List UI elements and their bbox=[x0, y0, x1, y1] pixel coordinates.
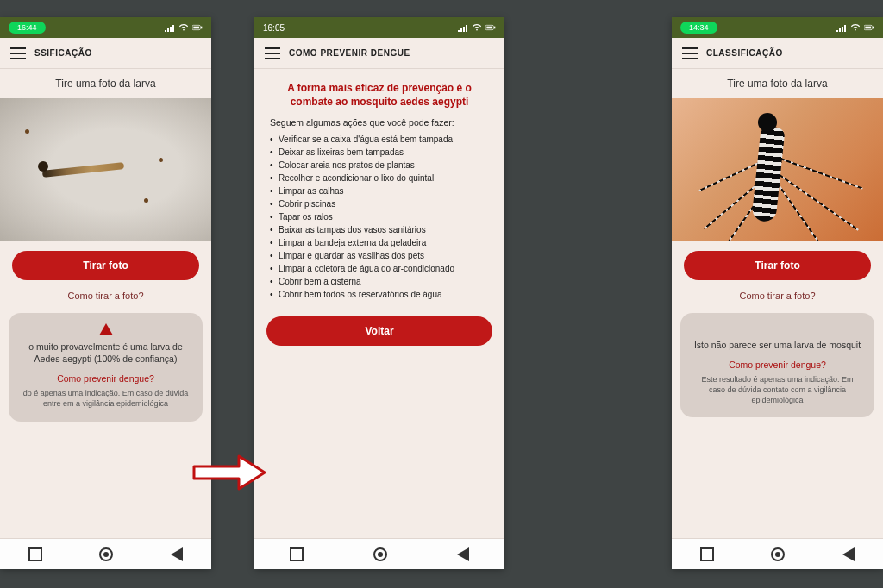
battery-icon bbox=[864, 23, 874, 32]
list-item: Limpar e guardar as vasilhas dos pets bbox=[270, 249, 489, 262]
status-icons bbox=[836, 23, 874, 32]
prevention-intro: Seguem algumas ações que você pode fazer… bbox=[254, 117, 504, 133]
list-item: Recolher e acondicionar o lixo do quinta… bbox=[270, 172, 489, 185]
nav-home-icon[interactable] bbox=[771, 547, 785, 561]
list-item: Deixar as lixeiras bem tampadas bbox=[270, 146, 489, 159]
app-header: CLASSIFICAÇÃO bbox=[672, 38, 883, 69]
main-content: A forma mais eficaz de prevenção é o com… bbox=[254, 69, 504, 538]
result-card: o muito provavelmente é uma larva de Aed… bbox=[9, 313, 203, 422]
status-bar: 16:05 bbox=[254, 17, 504, 38]
instruction-text: Tire uma foto da larva bbox=[672, 69, 883, 98]
svg-rect-4 bbox=[494, 27, 495, 29]
app-header: SSIFICAÇÃO bbox=[0, 38, 211, 69]
status-time: 16:05 bbox=[263, 23, 285, 33]
status-time: 14:34 bbox=[680, 22, 717, 34]
nav-home-icon[interactable] bbox=[373, 547, 387, 561]
svg-rect-8 bbox=[865, 27, 871, 29]
take-photo-button[interactable]: Tirar foto bbox=[684, 251, 871, 280]
wifi-icon bbox=[850, 23, 861, 32]
wifi-icon bbox=[472, 23, 482, 32]
battery-icon bbox=[192, 23, 203, 32]
list-item: Cobrir bem a cisterna bbox=[270, 275, 489, 288]
nav-recent-icon[interactable] bbox=[28, 547, 42, 561]
prevention-heading: A forma mais eficaz de prevenção é o com… bbox=[254, 69, 504, 117]
svg-rect-5 bbox=[486, 27, 492, 29]
signal-icon bbox=[836, 23, 847, 32]
nav-recent-icon[interactable] bbox=[700, 547, 714, 561]
how-to-link[interactable]: Como tirar a foto? bbox=[0, 285, 211, 310]
battery-icon bbox=[485, 23, 496, 32]
how-to-link[interactable]: Como tirar a foto? bbox=[672, 285, 883, 310]
nav-back-icon[interactable] bbox=[171, 547, 183, 561]
menu-icon[interactable] bbox=[10, 47, 26, 59]
disclaimer: Este resultado é apenas uma indicação. E… bbox=[692, 375, 862, 405]
nav-back-icon[interactable] bbox=[842, 547, 855, 561]
result-text: Isto não parece ser uma larva de mosquit bbox=[692, 339, 862, 351]
phone-screen-3: 14:34 CLASSIFICAÇÃO Tire uma foto da lar… bbox=[672, 17, 883, 569]
take-photo-button[interactable]: Tirar foto bbox=[12, 251, 199, 280]
prevention-link[interactable]: Como prevenir dengue? bbox=[692, 351, 862, 375]
list-item: Limpar a coletora de água do ar-condicio… bbox=[270, 262, 489, 275]
list-item: Colocar areia nos pratos de plantas bbox=[270, 159, 489, 172]
menu-icon[interactable] bbox=[265, 47, 280, 59]
signal-icon bbox=[165, 23, 175, 32]
status-time: 16:44 bbox=[9, 22, 46, 34]
svg-rect-1 bbox=[201, 27, 202, 29]
status-bar: 16:44 bbox=[0, 17, 211, 38]
android-navbar bbox=[672, 538, 883, 569]
nav-back-icon[interactable] bbox=[457, 547, 469, 561]
page-title: SSIFICAÇÃO bbox=[34, 48, 92, 58]
photo-preview[interactable] bbox=[0, 98, 211, 241]
result-card: Isto não parece ser uma larva de mosquit… bbox=[680, 313, 874, 417]
nav-recent-icon[interactable] bbox=[290, 547, 304, 561]
app-header: COMO PREVENIR DENGUE bbox=[254, 38, 504, 69]
wifi-icon bbox=[178, 23, 189, 32]
menu-icon[interactable] bbox=[682, 47, 698, 59]
android-navbar bbox=[254, 538, 504, 569]
result-text: o muito provavelmente é uma larva de Aed… bbox=[21, 341, 191, 365]
list-item: Baixar as tampas dos vasos sanitários bbox=[270, 223, 489, 236]
photo-preview[interactable] bbox=[672, 98, 883, 241]
disclaimer: do é apenas uma indicação. Em caso de dú… bbox=[21, 389, 191, 409]
list-item: Cobrir bem todos os reservatórios de águ… bbox=[270, 288, 489, 301]
page-title: CLASSIFICAÇÃO bbox=[706, 48, 783, 58]
android-navbar bbox=[0, 538, 211, 569]
svg-rect-7 bbox=[873, 27, 874, 29]
phone-screen-1: 16:44 SSIFICAÇÃO Tire uma foto da larva … bbox=[0, 17, 211, 569]
status-bar: 14:34 bbox=[672, 17, 883, 38]
signal-icon bbox=[458, 23, 468, 32]
status-icons bbox=[165, 23, 203, 32]
list-item: Verificar se a caixa d'água está bem tam… bbox=[270, 133, 489, 146]
page-title: COMO PREVENIR DENGUE bbox=[289, 48, 410, 58]
list-item: Limpar a bandeja externa da geladeira bbox=[270, 236, 489, 249]
main-content: Tire uma foto da larva Tirar foto Como t… bbox=[672, 69, 883, 538]
nav-home-icon[interactable] bbox=[99, 547, 113, 561]
instruction-text: Tire uma foto da larva bbox=[0, 69, 211, 98]
prevention-list: Verificar se a caixa d'água está bem tam… bbox=[254, 133, 504, 301]
list-item: Limpar as calhas bbox=[270, 185, 489, 197]
main-content: Tire uma foto da larva Tirar foto Como t… bbox=[0, 69, 211, 538]
status-icons bbox=[458, 23, 496, 32]
alert-icon bbox=[99, 323, 113, 335]
list-item: Tapar os ralos bbox=[270, 210, 489, 223]
prevention-link[interactable]: Como prevenir dengue? bbox=[21, 365, 191, 389]
list-item: Cobrir piscinas bbox=[270, 197, 489, 210]
back-button[interactable]: Voltar bbox=[266, 316, 492, 346]
svg-rect-2 bbox=[193, 27, 199, 29]
phone-screen-2: 16:05 COMO PREVENIR DENGUE A forma mais … bbox=[254, 17, 504, 569]
